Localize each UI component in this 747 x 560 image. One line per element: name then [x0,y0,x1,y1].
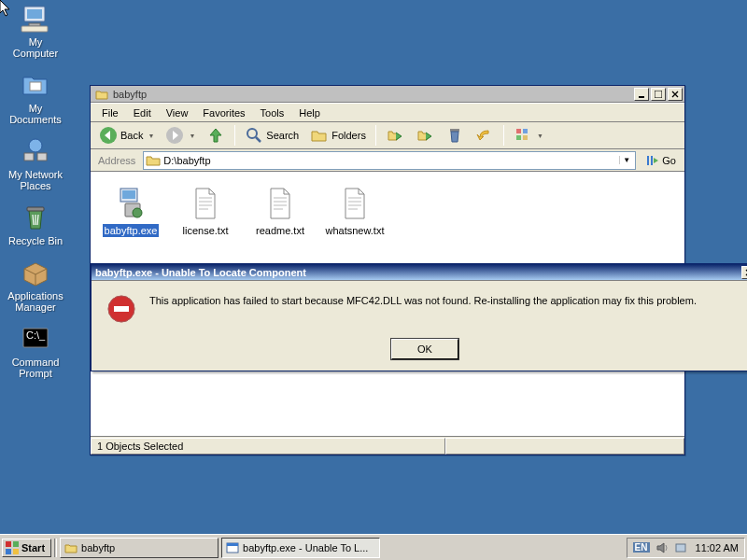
desktop-icon-applications-manager[interactable]: Applications Manager [4,256,67,315]
clock[interactable]: 11:02 AM [693,542,739,553]
menu-help[interactable]: Help [291,105,328,120]
svg-rect-11 [639,96,644,98]
desktop-icon-my-computer[interactable]: My Computer [4,2,67,61]
svg-rect-17 [516,129,521,133]
icon-label: My Computer [6,36,65,59]
views-button[interactable]: ▼ [509,123,548,147]
svg-rect-31 [13,549,19,554]
copyto-icon [416,126,434,145]
icon-label: My Network Places [6,169,65,191]
svg-rect-18 [523,129,528,133]
views-icon [514,126,532,145]
volume-icon[interactable] [655,541,669,554]
file-item-whatsnew-txt[interactable]: whatsnew.txt [320,184,389,240]
address-dropdown[interactable]: ▼ [619,156,633,164]
address-input[interactable] [163,155,619,166]
start-icon [5,540,20,555]
delete-button[interactable] [441,123,469,147]
close-button[interactable] [668,88,683,101]
menu-favorites[interactable]: Favorites [195,105,252,120]
txt-icon [265,187,295,220]
desktop-icon-network-places[interactable]: My Network Places [4,134,67,193]
undo-icon [475,126,494,145]
folder-docs-icon [21,70,50,100]
cmd-icon: C:\_ [21,324,50,354]
desktop-icons: My Computer My Documents My Network Plac… [4,2,67,381]
svg-point-5 [29,139,42,152]
search-button[interactable]: Search [240,123,303,147]
go-icon [644,153,659,168]
task-button-error-dialog[interactable]: babyftp.exe - Unable To L... [221,538,380,558]
svg-rect-6 [24,153,34,161]
address-field[interactable]: ▼ [143,151,636,170]
svg-rect-1 [27,9,42,19]
dialog-actions: OK [92,333,747,371]
file-item-license-txt[interactable]: license.txt [171,184,240,240]
explorer-titlebar[interactable]: babyftp [91,86,684,103]
start-label: Start [21,542,45,553]
ok-button[interactable]: OK [391,339,458,359]
txt-icon [340,187,370,220]
start-button[interactable]: Start [2,539,51,557]
explorer-title: babyftp [111,89,632,100]
icon-label: My Documents [6,103,65,125]
undo-button[interactable] [471,123,499,147]
folders-button[interactable]: Folders [305,123,371,147]
svg-rect-19 [516,135,521,140]
addressbar: Address ▼ Go [91,149,684,172]
svg-text:C:\_: C:\_ [26,329,46,341]
statusbar: 1 Objects Selected [91,436,684,455]
go-button[interactable]: Go [640,151,681,170]
chevron-down-icon: ▼ [148,133,154,139]
task-button-explorer[interactable]: babyftp [60,538,218,558]
dialog-close-button[interactable] [741,266,747,279]
dialog-title: babyftp.exe - Unable To Locate Component [93,267,741,278]
svg-rect-27 [114,306,129,312]
network-icon [21,136,50,166]
file-label: license.txt [181,224,231,237]
taskbar-separator [54,539,57,557]
forward-button[interactable]: ▼ [161,123,200,147]
file-item-readme-txt[interactable]: readme.txt [246,184,315,240]
menubar: File Edit View Favorites Tools Help [91,103,684,121]
menu-tools[interactable]: Tools [253,105,292,120]
file-item-babyftp-exe[interactable]: babyftp.exe [96,184,165,240]
toolbar: Back▼ ▼ Search Folders ▼ [91,121,684,149]
file-label: whatsnew.txt [324,224,387,237]
maximize-button[interactable] [651,88,666,101]
search-label: Search [266,130,299,141]
folders-icon [310,126,329,145]
back-label: Back [120,130,143,141]
svg-rect-4 [30,82,41,91]
tray-icon[interactable] [674,541,687,554]
up-button[interactable] [202,123,230,147]
desktop-icon-recycle-bin[interactable]: Recycle Bin [4,201,67,248]
menu-view[interactable]: View [159,105,196,120]
minimize-button[interactable] [634,88,649,101]
error-dialog: babyftp.exe - Unable To Locate Component… [91,263,747,371]
menu-file[interactable]: File [94,105,126,120]
menu-edit[interactable]: Edit [126,105,159,120]
svg-rect-3 [21,26,48,32]
dialog-titlebar[interactable]: babyftp.exe - Unable To Locate Component [92,264,747,281]
folders-label: Folders [331,130,366,141]
svg-rect-12 [655,91,662,98]
chevron-down-icon: ▼ [189,133,195,139]
toolbar-separator [503,125,504,146]
computer-icon [21,4,50,34]
desktop-icon-my-documents[interactable]: My Documents [4,68,67,127]
back-button[interactable]: Back▼ [94,123,159,147]
svg-rect-33 [227,543,238,546]
recycle-icon [21,203,50,232]
taskbar: Start babyftp babyftp.exe - Unable To L.… [0,534,747,560]
folder-icon [146,154,161,167]
appmgr-icon [21,258,50,287]
desktop-icon-command-prompt[interactable]: C:\_ Command Prompt [4,322,67,381]
folder-icon [64,541,78,554]
chevron-down-icon: ▼ [537,133,543,139]
copy-to-button[interactable] [411,123,439,147]
move-to-button[interactable] [381,123,409,147]
delete-icon [445,126,464,145]
task-label: babyftp.exe - Unable To L... [243,542,368,553]
language-indicator[interactable]: EN [633,542,650,553]
